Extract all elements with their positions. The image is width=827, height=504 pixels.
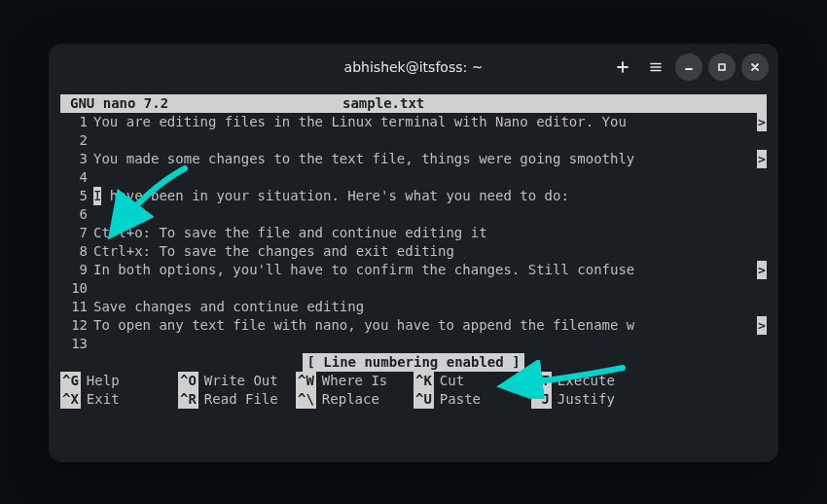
shortcut-item: ^RRead File <box>178 390 296 409</box>
line-text: You are editing files in the Linux termi… <box>93 113 767 131</box>
svg-rect-0 <box>719 64 725 70</box>
line-text: Ctrl+o: To save the file and continue ed… <box>93 224 767 242</box>
line-text <box>93 205 767 224</box>
shortcut-label: Read File <box>204 390 278 409</box>
shortcut-item: ^XExit <box>60 390 178 409</box>
shortcut-item: ^OWrite Out <box>178 372 296 390</box>
shortcut-item: ^TExecute <box>531 372 649 390</box>
line-number: 2 <box>60 131 93 150</box>
line-number: 7 <box>60 224 93 242</box>
line-number: 12 <box>60 316 93 335</box>
shortcut-key: ^R <box>178 390 198 409</box>
close-button[interactable] <box>741 54 769 81</box>
editor-line: 4 <box>60 168 767 187</box>
line-text <box>93 131 767 150</box>
truncation-marker: > <box>757 150 767 168</box>
nano-filename: sample.txt <box>342 94 767 113</box>
line-text: Save changes and continue editing <box>93 298 767 316</box>
line-number: 11 <box>60 298 93 316</box>
shortcut-label: Write Out <box>204 372 278 390</box>
editor-line: 8Ctrl+x: To save the changes and exit ed… <box>60 242 767 261</box>
line-number: 4 <box>60 168 93 187</box>
editor-line: 5I have been in your situation. Here's w… <box>60 187 767 205</box>
editor-line: 10 <box>60 279 767 298</box>
new-tab-button[interactable] <box>609 54 636 81</box>
truncation-marker: > <box>757 261 767 279</box>
shortcut-key: ^T <box>531 372 552 390</box>
truncation-marker: > <box>757 113 767 131</box>
shortcut-key: ^U <box>414 390 434 409</box>
editor-line: 11Save changes and continue editing <box>60 298 767 316</box>
line-text: Ctrl+x: To save the changes and exit edi… <box>93 242 767 261</box>
shortcut-item <box>649 372 767 390</box>
line-number: 5 <box>60 187 93 205</box>
nano-version: GNU nano 7.2 <box>66 94 342 113</box>
shortcut-key: ^J <box>531 390 552 409</box>
shortcut-item: ^UPaste <box>414 390 531 409</box>
shortcut-item: ^WWhere Is <box>296 372 414 390</box>
shortcut-item: ^GHelp <box>60 372 178 390</box>
plus-icon <box>616 60 629 74</box>
shortcut-item: ^JJustify <box>531 390 649 409</box>
line-text: I have been in your situation. Here's wh… <box>93 187 767 205</box>
menu-button[interactable] <box>642 54 669 81</box>
maximize-icon <box>716 61 728 73</box>
shortcut-key: ^W <box>296 372 316 390</box>
shortcut-label: Paste <box>440 390 481 409</box>
editor-line: 9In both options, you'll have to confirm… <box>60 261 767 279</box>
editor-line: 13 <box>60 335 767 353</box>
shortcut-item <box>649 390 767 409</box>
line-number: 1 <box>60 113 93 131</box>
hamburger-icon <box>649 60 663 74</box>
editor-line: 3You made some changes to the text file,… <box>60 150 767 168</box>
shortcut-label: Justify <box>557 390 615 409</box>
line-text <box>93 168 767 187</box>
editor-line: 12To open any text file with nano, you h… <box>60 316 767 335</box>
shortcut-label: Exit <box>87 390 120 409</box>
editor-area[interactable]: 1You are editing files in the Linux term… <box>60 113 767 353</box>
nano-header: GNU nano 7.2 sample.txt <box>60 94 767 113</box>
line-text: To open any text file with nano, you hav… <box>93 316 767 335</box>
shortcut-key: ^\ <box>296 390 316 409</box>
editor-line: 6 <box>60 205 767 224</box>
line-number: 13 <box>60 335 93 353</box>
titlebar: abhishek@itsfoss: ~ <box>49 44 778 90</box>
editor-line: 7Ctrl+o: To save the file and continue e… <box>60 224 767 242</box>
shortcut-label: Cut <box>440 372 464 390</box>
editor-line: 1You are editing files in the Linux term… <box>60 113 767 131</box>
shortcut-label: Where Is <box>322 372 387 390</box>
shortcut-label: Replace <box>322 390 379 409</box>
shortcut-item: ^KCut <box>414 372 531 390</box>
shortcut-key: ^X <box>60 390 81 409</box>
line-number: 8 <box>60 242 93 261</box>
shortcut-label: Execute <box>557 372 615 390</box>
nano-status-row: [ Line numbering enabled ] <box>60 353 767 372</box>
editor-line: 2 <box>60 131 767 150</box>
line-number: 9 <box>60 261 93 279</box>
shortcut-key: ^G <box>60 372 81 390</box>
nano-shortcuts: ^GHelp^OWrite Out^WWhere Is^KCut^TExecut… <box>60 372 767 409</box>
line-text <box>93 279 767 298</box>
shortcut-key: ^K <box>414 372 434 390</box>
truncation-marker: > <box>757 316 767 335</box>
shortcut-item: ^\Replace <box>296 390 414 409</box>
window-title: abhishek@itsfoss: ~ <box>344 59 484 75</box>
line-text: You made some changes to the text file, … <box>93 150 767 168</box>
maximize-button[interactable] <box>708 54 736 81</box>
minimize-button[interactable] <box>675 54 702 81</box>
minimize-icon <box>683 61 695 73</box>
line-number: 3 <box>60 150 93 168</box>
line-number: 10 <box>60 279 93 298</box>
shortcut-key: ^O <box>178 372 198 390</box>
line-number: 6 <box>60 205 93 224</box>
line-text: In both options, you'll have to confirm … <box>93 261 767 279</box>
terminal-window: abhishek@itsfoss: ~ GNU nano 7.2 sample.… <box>49 44 778 462</box>
nano-status-message: [ Line numbering enabled ] <box>303 353 523 372</box>
terminal-body[interactable]: GNU nano 7.2 sample.txt 1You are editing… <box>49 90 778 462</box>
window-controls <box>609 44 769 90</box>
shortcut-label: Help <box>87 372 120 390</box>
line-text <box>93 335 767 353</box>
close-icon <box>749 61 761 73</box>
